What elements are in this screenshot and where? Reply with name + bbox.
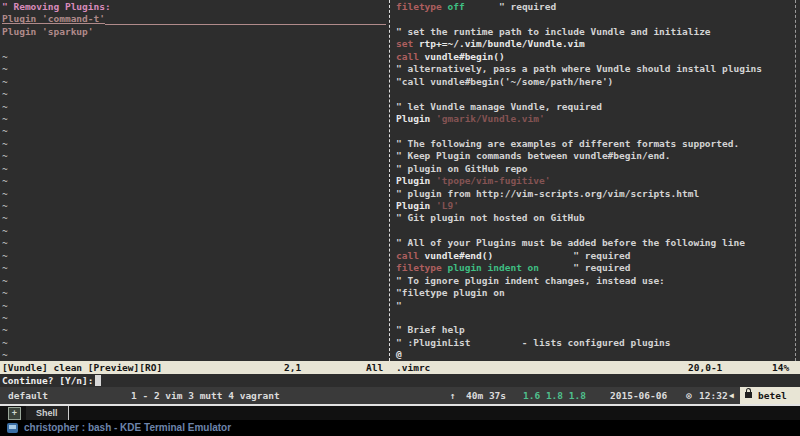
code-line[interactable]: ~	[2, 138, 386, 150]
code-line[interactable]: " Brief help	[396, 324, 795, 336]
code-line[interactable]: ~	[2, 337, 386, 349]
tab-shell[interactable]: Shell	[26, 406, 69, 420]
code-token: 'gmarik/Vundle.vim'	[436, 113, 545, 125]
vim-pane-vundle-preview[interactable]: " Removing Plugins:Plugin 'command-t'Plu…	[2, 1, 386, 362]
code-line[interactable]: filetype off " required	[396, 1, 795, 13]
vim-vertical-split-separator[interactable]	[389, 0, 390, 361]
code-token: filetype	[396, 262, 442, 274]
code-token: " set the runtime path to include Vundle…	[396, 26, 711, 38]
code-line[interactable]: ~	[2, 349, 386, 361]
statusline-left-title: [Vundle] clean [Preview][RO]	[2, 361, 162, 374]
code-line[interactable]: ~	[2, 175, 386, 187]
statusline-right-scroll: 14%	[772, 361, 789, 374]
code-line[interactable]: "call vundle#begin('~/some/path/here')	[396, 76, 795, 88]
code-line[interactable]: ~	[2, 76, 386, 88]
code-line[interactable]: ~	[2, 212, 386, 224]
code-token: " plugin from http://vim-scripts.org/vim…	[396, 188, 699, 200]
taskbar-window-title[interactable]: christopher : bash - KDE Terminal Emulat…	[24, 420, 231, 436]
code-line[interactable]: " Keep Plugin commands between vundle#be…	[396, 150, 795, 162]
code-line[interactable]: "	[396, 300, 795, 312]
code-line[interactable]: Plugin 'L9'	[396, 200, 795, 212]
code-token: "call vundle#begin('~/some/path/here')	[396, 76, 613, 88]
vim-command-prompt[interactable]: Continue? [Y/n]:	[2, 374, 800, 387]
code-token: " The following are examples of differen…	[396, 138, 739, 150]
code-token: " :PluginList - lists configured plugins	[396, 337, 671, 349]
code-token: ~	[2, 225, 8, 237]
code-token: ~	[2, 250, 8, 262]
code-line[interactable]: ~	[2, 312, 386, 324]
code-line[interactable]: ~	[2, 125, 386, 137]
code-line[interactable]: Plugin 'sparkup'	[2, 26, 386, 38]
code-line[interactable]: ~	[2, 88, 386, 100]
code-token: " All of your Plugins must be added befo…	[396, 237, 745, 249]
tmux-uptime: 40m 37s	[466, 387, 506, 404]
code-token: ~	[2, 337, 8, 349]
code-line[interactable]: ~	[2, 237, 386, 249]
code-token: Plugin	[396, 200, 436, 212]
code-line[interactable]: ~	[2, 300, 386, 312]
code-line[interactable]: call vundle#begin()	[396, 51, 795, 63]
code-token: " Brief help	[396, 324, 465, 336]
code-token: filetype	[396, 1, 442, 13]
continue-prompt-text: Continue? [Y/n]:	[2, 375, 94, 386]
code-token: ~	[2, 101, 8, 113]
code-line[interactable]: ~	[2, 200, 386, 212]
code-line[interactable]: ~	[2, 324, 386, 336]
code-line[interactable]: call vundle#end() " required	[396, 250, 795, 262]
code-line[interactable]: ~	[2, 275, 386, 287]
code-line[interactable]: " :PluginList - lists configured plugins	[396, 337, 795, 349]
code-line[interactable]: ~	[2, 163, 386, 175]
code-line[interactable]: " set the runtime path to include Vundle…	[396, 26, 795, 38]
tmux-hostname-segment: betel	[740, 387, 800, 404]
code-line[interactable]: ~	[2, 262, 386, 274]
code-line[interactable]: ~	[2, 225, 386, 237]
code-line[interactable]	[2, 38, 386, 50]
code-line[interactable]: Plugin 'gmarik/Vundle.vim'	[396, 113, 795, 125]
code-line[interactable]: " All of your Plugins must be added befo…	[396, 237, 795, 249]
code-line[interactable]: ~	[2, 287, 386, 299]
code-line[interactable]: "filetype plugin on	[396, 287, 795, 299]
code-token: ~	[2, 175, 8, 187]
code-line[interactable]: filetype plugin indent on " required	[396, 262, 795, 274]
code-line[interactable]: " alternatively, pass a path where Vundl…	[396, 63, 795, 75]
code-line[interactable]: Plugin 'tpope/vim-fugitive'	[396, 175, 795, 187]
code-token: " required	[499, 1, 556, 13]
code-token: ~	[2, 287, 8, 299]
terminal-right-edge-line	[795, 0, 796, 361]
code-line[interactable]	[396, 88, 795, 100]
code-token: ~	[2, 125, 8, 137]
code-token	[465, 1, 499, 13]
tmux-date: 2015-06-06	[610, 387, 667, 404]
code-line[interactable]: " let Vundle manage Vundle, required	[396, 101, 795, 113]
code-line[interactable]: set rtp+=~/.vim/bundle/Vundle.vim	[396, 38, 795, 50]
code-line[interactable]: ~	[2, 150, 386, 162]
code-line[interactable]	[396, 225, 795, 237]
code-line[interactable]: Plugin 'command-t'	[2, 13, 386, 25]
code-line[interactable]: ~	[2, 63, 386, 75]
terminal-cursor	[95, 375, 101, 386]
code-line[interactable]: @	[396, 349, 795, 361]
code-token	[493, 250, 573, 262]
code-line[interactable]: ~	[2, 101, 386, 113]
code-token: " let Vundle manage Vundle, required	[396, 101, 602, 113]
code-line[interactable]	[396, 13, 795, 25]
code-line[interactable]: " Removing Plugins:	[2, 1, 386, 13]
code-line[interactable]: ~	[2, 188, 386, 200]
code-line[interactable]	[396, 125, 795, 137]
konsole-window: " Removing Plugins:Plugin 'command-t'Plu…	[0, 0, 800, 436]
code-line[interactable]: ~	[2, 250, 386, 262]
code-line[interactable]	[396, 312, 795, 324]
code-line[interactable]: " plugin on GitHub repo	[396, 163, 795, 175]
tmux-window-list[interactable]: 1 - 2 vim 3 mutt 4 vagrant	[131, 387, 280, 404]
tmux-load-average: 1.6 1.8 1.8	[523, 387, 586, 404]
vim-statusline: [Vundle] clean [Preview][RO] 2,1 All .vi…	[0, 361, 800, 374]
code-line[interactable]: " plugin from http://vim-scripts.org/vim…	[396, 188, 795, 200]
code-token: Plugin 'command-t'	[2, 13, 105, 25]
code-line[interactable]: ~	[2, 51, 386, 63]
new-tab-button[interactable]: +	[8, 407, 21, 420]
code-line[interactable]: " The following are examples of differen…	[396, 138, 795, 150]
code-line[interactable]: " Git plugin not hosted on GitHub	[396, 212, 795, 224]
code-line[interactable]: ~	[2, 113, 386, 125]
vim-pane-vimrc[interactable]: filetype off " required" set the runtime…	[396, 1, 795, 362]
code-line[interactable]: " To ignore plugin indent changes, inste…	[396, 275, 795, 287]
